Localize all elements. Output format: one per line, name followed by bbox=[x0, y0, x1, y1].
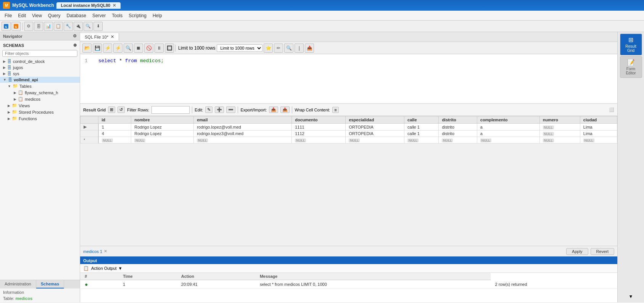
cell-distrito-3[interactable]: NULL bbox=[439, 137, 477, 143]
col-ciudad[interactable]: ciudad bbox=[580, 116, 617, 124]
cell-especialidad-1[interactable]: ORTOPEDIA bbox=[346, 124, 404, 131]
column-btn[interactable]: | bbox=[295, 44, 304, 53]
table-row[interactable]: 4 Rodrigo Lopez rodrigo.lopez3@voll.med … bbox=[80, 131, 617, 137]
table-row[interactable]: * NULL NULL NULL NULL NULL NULL NULL NUL… bbox=[80, 137, 617, 143]
cell-especialidad-2[interactable]: ORTOPEDIA bbox=[346, 131, 404, 137]
import-btn[interactable]: 📤 bbox=[280, 106, 290, 113]
cell-nombre-1[interactable]: Rodrigo Lopez bbox=[131, 124, 194, 131]
filter-rows-input[interactable] bbox=[151, 106, 190, 114]
stop-btn[interactable]: ⏹ bbox=[134, 44, 143, 53]
stored-procedures-folder[interactable]: ▶ 📁 Stored Procedures bbox=[0, 109, 80, 115]
stop2-btn[interactable]: 🚫 bbox=[144, 44, 153, 53]
cell-numero-2[interactable]: NULL bbox=[539, 131, 580, 137]
limit-select[interactable]: Limit to 1000 rows Don't limit Limit to … bbox=[217, 44, 262, 52]
wrap-btn[interactable]: ≡ bbox=[332, 107, 338, 113]
cell-ciudad-1[interactable]: Lima bbox=[580, 124, 617, 131]
col-calle[interactable]: calle bbox=[404, 116, 439, 124]
functions-folder[interactable]: ▶ 📁 Functions bbox=[0, 115, 80, 122]
navigator-options[interactable]: ⚙ bbox=[73, 34, 77, 39]
cell-documento-3[interactable]: NULL bbox=[292, 137, 346, 143]
menu-database[interactable]: Database bbox=[64, 12, 89, 19]
schema-sys[interactable]: ▶ 🗄 sys bbox=[0, 71, 80, 77]
result-tab-medicos[interactable]: medicos 1 ✕ bbox=[83, 249, 107, 254]
output-copy-icon[interactable]: 📋 bbox=[83, 266, 89, 271]
cell-documento-2[interactable]: 1112 bbox=[292, 131, 346, 137]
sql-editor[interactable]: 1 select * from medicos; bbox=[80, 54, 617, 104]
menu-edit[interactable]: Edit bbox=[15, 12, 29, 19]
menu-help[interactable]: Help bbox=[150, 12, 165, 19]
apply-button[interactable]: Apply bbox=[566, 248, 588, 255]
cell-email-1[interactable]: rodrigo.lopez@voll.med bbox=[194, 124, 292, 131]
main-tab[interactable]: Local instance MySQL80 ✕ bbox=[56, 2, 121, 9]
export-btn[interactable]: 📤 bbox=[305, 44, 314, 53]
output-dropdown[interactable]: Action Output ▼ bbox=[91, 266, 122, 271]
cell-ciudad-2[interactable]: Lima bbox=[580, 131, 617, 137]
result-tab-close[interactable]: ✕ bbox=[104, 249, 107, 254]
menu-server[interactable]: Server bbox=[89, 12, 109, 19]
refresh-btn[interactable]: ↺ bbox=[118, 106, 125, 113]
edit-btn2[interactable]: ➕ bbox=[215, 106, 224, 113]
col-documento[interactable]: documento bbox=[292, 116, 346, 124]
limit-dropdown[interactable]: Limit to 1000 rows Limit to 1000 rows Do… bbox=[178, 44, 262, 52]
scroll-down-btn[interactable]: ▼ bbox=[629, 294, 633, 302]
form-editor-panel-btn[interactable]: 📝 Form Editor bbox=[620, 56, 642, 78]
sql-file-tab-close[interactable]: ✕ bbox=[111, 34, 114, 39]
table-row[interactable]: ▶ 1 Rodrigo Lopez rodrigo.lopez@voll.med… bbox=[80, 124, 617, 131]
col-email[interactable]: email bbox=[194, 116, 292, 124]
pause-btn[interactable]: ⏸ bbox=[155, 44, 164, 53]
cell-calle-1[interactable]: calle 1 bbox=[404, 124, 439, 131]
schema-control-de-stock[interactable]: ▶ 🗄 control_de_stock bbox=[0, 58, 80, 64]
toolbar-btn-1[interactable]: S bbox=[2, 22, 11, 31]
dropdown-arrow[interactable]: ▼ bbox=[118, 266, 122, 271]
cell-email-2[interactable]: rodrigo.lopez3@voll.med bbox=[194, 131, 292, 137]
menu-file[interactable]: File bbox=[2, 12, 15, 19]
export-btn2[interactable]: 📥 bbox=[269, 106, 278, 113]
col-id[interactable]: id bbox=[98, 116, 131, 124]
maximize-btn[interactable]: ⬜ bbox=[609, 107, 614, 112]
menu-view[interactable]: View bbox=[29, 12, 45, 19]
cell-ciudad-3[interactable]: NULL bbox=[580, 137, 617, 143]
toolbar-btn-6[interactable]: 📋 bbox=[54, 22, 63, 31]
cell-complemento-2[interactable]: a bbox=[477, 131, 539, 137]
toolbar-btn-3[interactable]: ⚙ bbox=[24, 22, 33, 31]
toolbar-btn-2[interactable]: S bbox=[11, 22, 21, 31]
menu-scripting[interactable]: Scripting bbox=[126, 12, 150, 19]
edit-btn3[interactable]: ➖ bbox=[226, 106, 235, 113]
data-grid[interactable]: id nombre email documento especialidad c… bbox=[80, 116, 617, 246]
cell-calle-2[interactable]: calle 1 bbox=[404, 131, 439, 137]
execute-btn[interactable]: ⚡ bbox=[103, 44, 112, 53]
menu-query[interactable]: Query bbox=[45, 12, 64, 19]
col-numero[interactable]: numero bbox=[539, 116, 580, 124]
administration-tab[interactable]: Administration bbox=[0, 280, 36, 288]
edit-btn1[interactable]: ✎ bbox=[205, 106, 213, 113]
col-nombre[interactable]: nombre bbox=[131, 116, 194, 124]
table-flyway[interactable]: ▶ 📋 flyway_schema_h bbox=[0, 89, 80, 96]
star-btn[interactable]: ⭐ bbox=[264, 44, 273, 53]
toolbar-btn-4[interactable]: 🗄 bbox=[34, 22, 43, 31]
save-file-btn[interactable]: 💾 bbox=[93, 44, 102, 53]
menu-tools[interactable]: Tools bbox=[109, 12, 126, 19]
toolbar-btn-9[interactable]: 🔍 bbox=[84, 22, 93, 31]
cell-nombre-3[interactable]: NULL bbox=[131, 137, 194, 143]
explain-btn[interactable]: 🔍 bbox=[124, 44, 133, 53]
cell-especialidad-3[interactable]: NULL bbox=[346, 137, 404, 143]
revert-button[interactable]: Revert bbox=[591, 248, 614, 255]
cell-email-3[interactable]: NULL bbox=[194, 137, 292, 143]
col-especialidad[interactable]: especialidad bbox=[346, 116, 404, 124]
cell-id-3[interactable]: NULL bbox=[98, 137, 131, 143]
pen-btn[interactable]: ✏ bbox=[274, 44, 283, 53]
table-medicos[interactable]: ▶ 📋 medicos bbox=[0, 96, 80, 102]
tables-folder[interactable]: ▼ 📁 Tables bbox=[0, 83, 80, 89]
cell-numero-1[interactable]: NULL bbox=[539, 124, 580, 131]
filter-box[interactable] bbox=[2, 50, 77, 57]
cell-distrito-1[interactable]: distrito bbox=[439, 124, 477, 131]
cell-nombre-2[interactable]: Rodrigo Lopez bbox=[131, 131, 194, 137]
views-folder[interactable]: ▶ 📁 Views bbox=[0, 102, 80, 109]
cell-complemento-1[interactable]: a bbox=[477, 124, 539, 131]
toolbar-btn-10[interactable]: ⬇ bbox=[93, 22, 103, 31]
grid-layout-btn[interactable]: ⊞ bbox=[108, 106, 115, 113]
toolbar-btn-5[interactable]: 📊 bbox=[44, 22, 53, 31]
cell-distrito-2[interactable]: distrito bbox=[439, 131, 477, 137]
open-file-btn[interactable]: 📂 bbox=[82, 44, 92, 53]
cell-id-2[interactable]: 4 bbox=[98, 131, 131, 137]
